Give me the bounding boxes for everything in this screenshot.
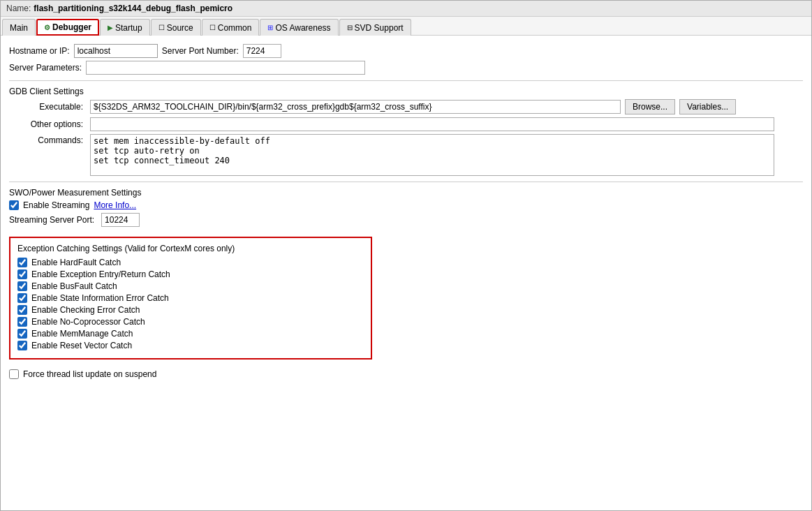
exception-box: Exception Catching Settings (Valid for C…	[9, 237, 372, 360]
streaming-port-row: Streaming Server Port:	[9, 213, 803, 227]
executable-input[interactable]	[90, 100, 621, 114]
busfault-checkbox[interactable]	[17, 281, 27, 291]
svd-support-icon: ⊟	[347, 24, 353, 31]
tab-source[interactable]: ☐ Source	[151, 19, 201, 36]
more-info-link[interactable]: More Info...	[94, 200, 136, 210]
state-info-label: Enable State Information Error Catch	[31, 293, 169, 303]
tab-common-label: Common	[218, 23, 252, 33]
tab-svd-support-label: SVD Support	[355, 23, 404, 33]
tab-debugger[interactable]: ⚙ Debugger	[36, 19, 99, 36]
no-coprocessor-checkbox[interactable]	[17, 317, 27, 327]
reset-vector-label: Enable Reset Vector Catch	[31, 341, 132, 350]
commands-label: Commands:	[9, 135, 86, 145]
title-label: Name:	[6, 3, 31, 13]
exception-reset-vector-row: Enable Reset Vector Catch	[17, 341, 364, 350]
streaming-port-label: Streaming Server Port:	[9, 215, 94, 225]
checking-error-label: Enable Checking Error Catch	[31, 305, 140, 315]
hardfault-checkbox[interactable]	[17, 258, 27, 267]
tab-main[interactable]: Main	[2, 19, 36, 36]
exception-busfault-row: Enable BusFault Catch	[17, 281, 364, 291]
commands-row: Commands: set mem inaccessible-by-defaul…	[9, 134, 803, 176]
entry-return-label: Enable Exception Entry/Return Catch	[31, 269, 170, 279]
tab-os-awareness-label: OS Awareness	[275, 23, 330, 33]
executable-label: Executable:	[9, 102, 86, 112]
swo-section: SWO/Power Measurement Settings Enable St…	[9, 188, 803, 227]
executable-row: Executable: Browse... Variables...	[9, 99, 803, 114]
tab-svd-support[interactable]: ⊟ SVD Support	[339, 19, 411, 36]
content-area: Hostname or IP: Server Port Number: Serv…	[1, 36, 811, 510]
tab-source-label: Source	[167, 23, 193, 33]
gdb-section-title: GDB Client Settings	[9, 87, 803, 96]
title-value: flash_partitioning_s32k144_debug_flash_p…	[34, 3, 232, 13]
tab-startup[interactable]: ▶ Startup	[100, 19, 150, 36]
exception-state-info-row: Enable State Information Error Catch	[17, 293, 364, 303]
separator-2	[9, 182, 803, 182]
no-coprocessor-label: Enable No-Coprocessor Catch	[31, 317, 145, 327]
port-input[interactable]	[243, 44, 281, 58]
exception-title: Exception Catching Settings (Valid for C…	[17, 244, 364, 253]
server-params-input[interactable]	[86, 61, 365, 75]
tabs-bar: Main ⚙ Debugger ▶ Startup ☐ Source ☐ Com…	[1, 17, 811, 36]
memmanage-label: Enable MemManage Catch	[31, 329, 133, 339]
variables-button[interactable]: Variables...	[679, 99, 736, 114]
swo-section-title: SWO/Power Measurement Settings	[9, 188, 803, 198]
tab-debugger-label: Debugger	[52, 22, 91, 32]
exception-entry-return-row: Enable Exception Entry/Return Catch	[17, 269, 364, 279]
state-info-checkbox[interactable]	[17, 293, 27, 303]
force-thread-row: Force thread list update on suspend	[9, 369, 803, 379]
server-params-label: Server Parameters:	[9, 63, 82, 73]
force-thread-label: Force thread list update on suspend	[23, 369, 156, 379]
other-options-input[interactable]	[90, 117, 774, 131]
common-icon: ☐	[209, 24, 216, 31]
streaming-port-input[interactable]	[101, 213, 140, 227]
exception-memmanage-row: Enable MemManage Catch	[17, 329, 364, 339]
exception-checking-error-row: Enable Checking Error Catch	[17, 305, 364, 315]
exception-hardfault-row: Enable HardFault Catch	[17, 258, 364, 267]
tab-main-label: Main	[10, 23, 28, 33]
other-options-row: Other options:	[9, 117, 803, 131]
title-bar: Name: flash_partitioning_s32k144_debug_f…	[1, 1, 811, 17]
debugger-icon: ⚙	[44, 24, 50, 31]
source-icon: ☐	[158, 24, 165, 31]
startup-icon: ▶	[108, 24, 113, 31]
main-window: Name: flash_partitioning_s32k144_debug_f…	[0, 0, 812, 511]
tab-startup-label: Startup	[115, 23, 142, 33]
port-label: Server Port Number:	[162, 46, 239, 56]
hostname-input[interactable]	[74, 44, 158, 58]
browse-button[interactable]: Browse...	[625, 99, 675, 114]
commands-textarea[interactable]: set mem inaccessible-by-default off set …	[90, 134, 774, 176]
separator-1	[9, 80, 803, 81]
reset-vector-checkbox[interactable]	[17, 341, 27, 350]
enable-streaming-label: Enable Streaming	[23, 200, 89, 210]
memmanage-checkbox[interactable]	[17, 329, 27, 339]
hardfault-label: Enable HardFault Catch	[31, 258, 121, 267]
os-awareness-icon: ⊞	[267, 24, 273, 31]
server-params-row: Server Parameters:	[9, 61, 803, 75]
enable-streaming-row: Enable Streaming More Info...	[9, 200, 803, 210]
entry-return-checkbox[interactable]	[17, 269, 27, 279]
hostname-row: Hostname or IP: Server Port Number:	[9, 44, 803, 58]
tab-common[interactable]: ☐ Common	[202, 19, 260, 36]
exception-no-coprocessor-row: Enable No-Coprocessor Catch	[17, 317, 364, 327]
enable-streaming-checkbox[interactable]	[9, 200, 19, 210]
checking-error-checkbox[interactable]	[17, 305, 27, 315]
force-thread-checkbox[interactable]	[9, 369, 19, 379]
tab-os-awareness[interactable]: ⊞ OS Awareness	[260, 19, 338, 36]
other-options-label: Other options:	[9, 119, 86, 129]
busfault-label: Enable BusFault Catch	[31, 281, 117, 291]
hostname-label: Hostname or IP:	[9, 46, 70, 56]
